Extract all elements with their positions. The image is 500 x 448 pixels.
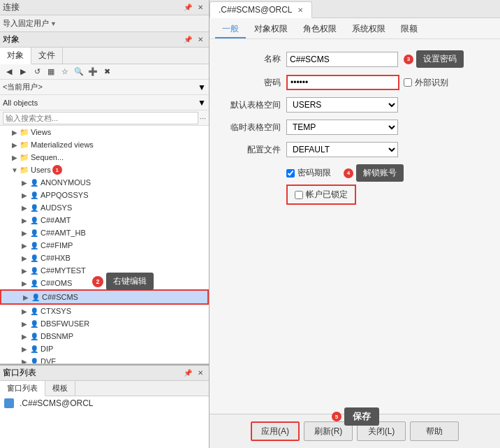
- password-label: 密码: [223, 77, 286, 89]
- breadcrumb-text: <当前用户>: [3, 82, 43, 92]
- account-locked-label-wrap[interactable]: 帐户已锁定: [295, 189, 348, 201]
- toggle-sequen[interactable]: ▶: [10, 154, 20, 161]
- password-input[interactable]: [286, 75, 399, 90]
- profile-select[interactable]: DEFAULT: [286, 142, 398, 157]
- tab-template[interactable]: 模板: [45, 381, 75, 396]
- import-dropdown-arrow[interactable]: ▼: [50, 20, 57, 27]
- temp-tablespace-control: TEMP: [286, 120, 398, 135]
- toggle-dip[interactable]: ▶: [20, 345, 29, 353]
- tree-item-users[interactable]: ▼ 📁 Users 1: [0, 164, 209, 176]
- tree-item-audsys[interactable]: ▶ 👤 AUDSYS: [0, 201, 209, 214]
- tree-item-matviews[interactable]: ▶ 📁 Materialized views: [0, 138, 209, 151]
- toggle-c##amt_hb[interactable]: ▶: [20, 229, 29, 237]
- del-btn[interactable]: ✖: [101, 66, 113, 78]
- password-expired-checkbox[interactable]: [286, 169, 295, 178]
- default-tablespace-control: USERS: [286, 97, 398, 113]
- tab-file[interactable]: 文件: [31, 48, 63, 64]
- tree-item-c##hxb[interactable]: ▶ 👤 C##HXB: [0, 252, 209, 264]
- toggle-c##hxb[interactable]: ▶: [20, 254, 29, 262]
- add-btn[interactable]: ➕: [87, 66, 99, 78]
- nav-back-btn[interactable]: ◀: [3, 66, 15, 78]
- content-tab-object-rights[interactable]: 对象权限: [247, 21, 295, 38]
- account-locked-checkbox[interactable]: [295, 191, 303, 199]
- toggle-users[interactable]: ▼: [10, 166, 20, 174]
- search-btn[interactable]: 🔍: [73, 66, 85, 78]
- toggle-audsys[interactable]: ▶: [20, 204, 29, 212]
- filter-btn[interactable]: ▦: [45, 66, 57, 78]
- help-button[interactable]: 帮助: [410, 421, 459, 441]
- apply-button[interactable]: 应用(A): [251, 421, 300, 441]
- tree-label-audsys: AUDSYS: [41, 203, 72, 212]
- tree-item-anonymous[interactable]: ▶ 👤 ANONYMOUS: [0, 176, 209, 189]
- toggle-matviews[interactable]: ▶: [10, 141, 20, 149]
- profile-control: DEFAULT: [286, 142, 398, 157]
- toggle-c##oms[interactable]: ▶: [20, 280, 29, 287]
- tree-item-dvf[interactable]: ▶ 👤 DVF: [0, 355, 209, 364]
- tree-item-ctxsys[interactable]: ▶ 👤 CTXSYS: [0, 305, 209, 317]
- object-close-icon[interactable]: ✕: [195, 34, 206, 45]
- wl-close-icon[interactable]: ✕: [195, 368, 206, 379]
- refresh-btn[interactable]: ↺: [31, 66, 43, 78]
- content-tab-general[interactable]: 一般: [215, 21, 246, 38]
- form-area: 名称 3 设置密码 密码 外部识别: [209, 39, 500, 414]
- toggle-ctxsys[interactable]: ▶: [20, 308, 29, 315]
- external-id-checkbox[interactable]: [404, 78, 412, 87]
- tree-item-dbsnmp[interactable]: ▶ 👤 DBSNMP: [0, 330, 209, 342]
- tree-label-ctxsys: CTXSYS: [41, 307, 71, 315]
- wl-pin-icon[interactable]: 📌: [182, 368, 193, 379]
- temp-tablespace-select[interactable]: TEMP: [286, 120, 398, 135]
- toggle-c##scms[interactable]: ▶: [21, 294, 31, 301]
- star-btn[interactable]: ☆: [59, 66, 71, 78]
- object-section: 对象 📌 ✕ 对象 文件 ◀ ▶ ↺ ▦ ☆ 🔍 ➕ ✖ <: [0, 32, 209, 364]
- tree-item-sequen[interactable]: ▶ 📁 Sequen...: [0, 151, 209, 164]
- toggle-dbsfwuser[interactable]: ▶: [20, 320, 29, 328]
- toggle-anonymous[interactable]: ▶: [20, 179, 29, 187]
- tree-item-dbsfwuser[interactable]: ▶ 👤 DBSFWUSER: [0, 317, 209, 330]
- tree-item-views[interactable]: ▶ 📁 Views: [0, 126, 209, 138]
- unlock-num: 4: [344, 168, 353, 178]
- toggle-dbsnmp[interactable]: ▶: [20, 333, 29, 340]
- content-tab-system-rights[interactable]: 系统权限: [345, 21, 392, 38]
- set-password-annotation: 3 设置密码: [402, 50, 464, 68]
- breadcrumb-arrow[interactable]: ▼: [198, 82, 206, 92]
- tree-item-c##scms[interactable]: ▶ 👤 C##SCMS: [0, 289, 209, 305]
- list-item-scms[interactable]: .C##SCMS@ORCL: [3, 398, 206, 409]
- tree-item-c##amt_hb[interactable]: ▶ 👤 C##AMT_HB: [0, 226, 209, 239]
- folder-icon-matviews: 📁: [20, 140, 29, 150]
- toggle-c##amt[interactable]: ▶: [20, 217, 29, 224]
- tab-close-icon[interactable]: ✕: [297, 6, 303, 14]
- object-header-icons: 📌 ✕: [182, 34, 206, 45]
- object-pin-icon[interactable]: 📌: [182, 34, 193, 45]
- tree-item-dip[interactable]: ▶ 👤 DIP: [0, 342, 209, 355]
- nav-fwd-btn[interactable]: ▶: [17, 66, 29, 78]
- tree-item-c##fimp[interactable]: ▶ 👤 C##FIMP: [0, 239, 209, 252]
- default-tablespace-select[interactable]: USERS: [286, 97, 398, 113]
- wl-item-label: .C##SCMS@ORCL: [20, 398, 94, 408]
- toggle-views[interactable]: ▶: [10, 129, 20, 136]
- toggle-c##fimp[interactable]: ▶: [20, 242, 29, 250]
- search-options-icon[interactable]: ···: [200, 114, 206, 122]
- unlock-annotation: 4 解锁账号: [342, 164, 404, 182]
- form-row-temp-tablespace: 临时表格空间 TEMP: [223, 120, 486, 135]
- window-list-tabs: 窗口列表 模板: [0, 381, 209, 396]
- toggle-dvf[interactable]: ▶: [20, 358, 29, 365]
- name-input[interactable]: [286, 52, 398, 67]
- search-input[interactable]: [3, 112, 198, 124]
- lock-section: 密码期限 4 解锁账号 帐户已锁定: [286, 164, 486, 205]
- toggle-appqossys[interactable]: ▶: [20, 192, 29, 199]
- user-icon-c##mytest: 👤: [29, 266, 39, 275]
- content-tab-role-rights[interactable]: 角色权限: [296, 21, 344, 38]
- tab-window-list[interactable]: 窗口列表: [0, 381, 45, 396]
- all-objects-arrow[interactable]: ▼: [198, 98, 206, 108]
- tab-object[interactable]: 对象: [0, 48, 31, 64]
- all-objects-label: All objects: [3, 99, 38, 107]
- main-tab-scms[interactable]: .C##SCMS@ORCL ✕: [209, 1, 312, 18]
- tree-label-appqossys: APPQOSSYS: [41, 191, 88, 199]
- pin-icon[interactable]: 📌: [182, 2, 193, 13]
- save-annotation: 5 保存: [330, 407, 379, 426]
- toggle-c##mytest[interactable]: ▶: [20, 267, 29, 275]
- content-tab-quota[interactable]: 限额: [394, 21, 425, 38]
- tree-item-appqossys[interactable]: ▶ 👤 APPQOSSYS: [0, 189, 209, 201]
- close-left-icon[interactable]: ✕: [195, 2, 206, 13]
- tree-item-c##amt[interactable]: ▶ 👤 C##AMT: [0, 214, 209, 226]
